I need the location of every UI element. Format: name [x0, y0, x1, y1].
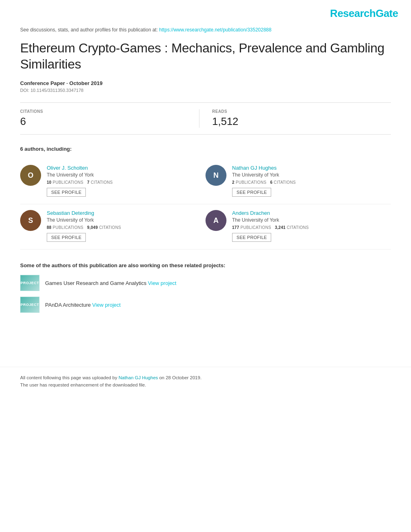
author-affiliation: The University of York	[232, 172, 388, 178]
project-thumbnail: Project	[20, 297, 39, 313]
authors-heading: 6 authors, including:	[20, 146, 391, 152]
footer-line2: The user has requested enhancement of th…	[20, 382, 391, 387]
publication-title: Ethereum Crypto-Games : Mechanics, Preva…	[20, 40, 391, 72]
researchgate-logo: ResearchGate	[330, 7, 398, 19]
notice-bar: See discussions, stats, and author profi…	[20, 27, 391, 33]
author-affiliation: The University of York	[47, 217, 202, 223]
see-profile-button[interactable]: SEE PROFILE	[47, 233, 86, 242]
author-avatar: N	[206, 165, 226, 186]
author-avatar: O	[20, 165, 41, 186]
footer-line1: All content following this page was uplo…	[20, 375, 391, 380]
reads-block: READS 1,512	[199, 109, 391, 128]
project-label: Games User Research and Game Analytics V…	[45, 280, 176, 286]
author-stats: 2 PUBLICATIONS 6 CITATIONS	[232, 180, 388, 185]
footer-prefix: All content following this page was uplo…	[20, 375, 118, 380]
main-content: See discussions, stats, and author profi…	[0, 27, 411, 335]
author-card: S Sebastian Deterding The University of …	[20, 204, 206, 249]
reads-value: 1,512	[212, 115, 391, 128]
author-card: A Anders Drachen The University of York …	[206, 204, 391, 249]
author-name[interactable]: Nathan GJ Hughes	[232, 165, 388, 171]
author-info: Oliver J. Scholten The University of Yor…	[47, 165, 202, 197]
author-name[interactable]: Oliver J. Scholten	[47, 165, 202, 171]
citations-block: CITATIONS 6	[20, 109, 199, 128]
citations-value: 6	[20, 115, 199, 128]
footer-suffix: on 28 October 2019.	[158, 375, 201, 380]
author-affiliation: The University of York	[47, 172, 202, 178]
authors-heading-suffix: , including:	[44, 146, 72, 152]
stats-row: CITATIONS 6 READS 1,512	[20, 102, 391, 135]
see-profile-button[interactable]: SEE PROFILE	[232, 188, 271, 197]
projects-list: Project Games User Research and Game Ana…	[20, 275, 391, 313]
publication-type: Conference Paper · October 2019	[20, 80, 391, 86]
related-projects-heading: Some of the authors of this publication …	[20, 262, 391, 268]
reads-label: READS	[212, 109, 391, 114]
view-project-link[interactable]: View project	[148, 280, 176, 286]
footer: All content following this page was uplo…	[0, 367, 411, 395]
publication-doi: DOI: 10.1145/3311350.3347178	[20, 88, 391, 93]
author-stats: 88 PUBLICATIONS 9,049 CITATIONS	[47, 225, 202, 230]
author-card: N Nathan GJ Hughes The University of Yor…	[206, 159, 391, 204]
notice-link[interactable]: https://www.researchgate.net/publication…	[159, 27, 272, 33]
project-label: PAnDA Architecture View project	[45, 302, 120, 308]
author-info: Nathan GJ Hughes The University of York …	[232, 165, 388, 197]
see-profile-button[interactable]: SEE PROFILE	[47, 188, 86, 197]
author-info: Anders Drachen The University of York 17…	[232, 210, 388, 242]
author-avatar: S	[20, 210, 41, 231]
project-item: Project Games User Research and Game Ana…	[20, 275, 391, 291]
project-item: Project PAnDA Architecture View project	[20, 297, 391, 313]
header: ResearchGate	[0, 0, 411, 23]
see-profile-button[interactable]: SEE PROFILE	[232, 233, 271, 242]
author-avatar: A	[206, 210, 226, 231]
view-project-link[interactable]: View project	[92, 302, 121, 308]
author-stats: 10 PUBLICATIONS 7 CITATIONS	[47, 180, 202, 185]
project-thumbnail: Project	[20, 275, 39, 291]
footer-author-link[interactable]: Nathan GJ Hughes	[118, 375, 158, 380]
author-name[interactable]: Sebastian Deterding	[47, 210, 202, 216]
author-card: O Oliver J. Scholten The University of Y…	[20, 159, 206, 204]
author-affiliation: The University of York	[232, 217, 388, 223]
authors-count: 6 authors	[20, 146, 44, 152]
citations-label: CITATIONS	[20, 109, 199, 114]
author-info: Sebastian Deterding The University of Yo…	[47, 210, 202, 242]
author-stats: 177 PUBLICATIONS 3,241 CITATIONS	[232, 225, 388, 230]
notice-text: See discussions, stats, and author profi…	[20, 27, 159, 33]
author-name[interactable]: Anders Drachen	[232, 210, 388, 216]
authors-grid: O Oliver J. Scholten The University of Y…	[20, 159, 391, 249]
